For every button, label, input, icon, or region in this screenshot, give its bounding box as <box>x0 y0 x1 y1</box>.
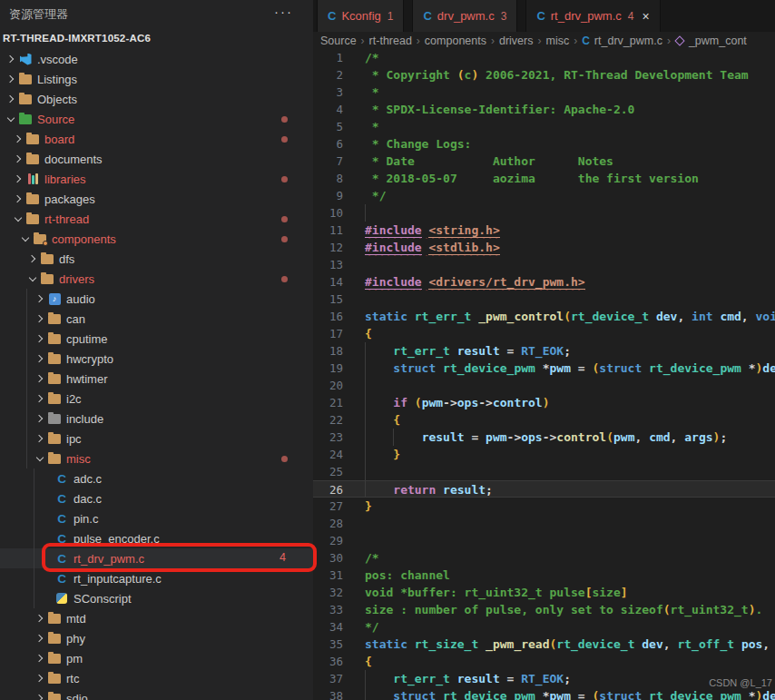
breadcrumb-item[interactable]: components <box>425 35 486 47</box>
icon-slot: C <box>54 512 69 526</box>
code-token: struct <box>393 361 436 375</box>
code-line-text: { <box>343 325 775 342</box>
line-number: 8 <box>313 170 343 187</box>
code-line-text: * 2018-05-07 aozima the first version <box>343 170 775 187</box>
code-token: rt_err_t <box>393 344 450 358</box>
breadcrumb-item[interactable]: rt-thread <box>369 35 412 47</box>
chevron-right-icon <box>6 75 14 83</box>
icon-slot <box>47 394 62 404</box>
line-number: 2 <box>313 66 343 84</box>
tree-item-phy[interactable]: phy <box>0 628 313 648</box>
code-token: pwm <box>486 430 506 444</box>
code-line: 10 <box>313 204 775 222</box>
line-number: 29 <box>313 532 343 549</box>
code-token: = <box>465 430 486 444</box>
folder-icon <box>26 194 39 204</box>
folder-icon <box>48 314 61 324</box>
explorer-sidebar: 资源管理器 ··· RT-THREAD-IMXRT1052-AC6 .vscod… <box>0 0 313 700</box>
tree-item-pin-c[interactable]: Cpin.c <box>0 508 313 528</box>
tree-item-adc-c[interactable]: Cadc.c <box>0 468 313 488</box>
line-number: 38 <box>313 687 343 700</box>
code-token: static <box>365 637 407 651</box>
breadcrumb-item[interactable]: drivers <box>499 35 534 47</box>
code-token: result <box>457 344 500 358</box>
tree-item-can[interactable]: can <box>0 309 313 329</box>
code-line: 16static rt_err_t _pwm_control(rt_device… <box>313 308 775 325</box>
tree-item-libraries[interactable]: libraries <box>0 169 313 189</box>
tree-item-label: Listings <box>37 73 77 86</box>
code-line: 21 if (pwm->ops->control) <box>313 394 775 411</box>
breadcrumb-item[interactable]: _pwm_cont <box>689 35 747 47</box>
code-line-text: size : number of pulse, only set to size… <box>343 601 775 618</box>
tree-item-label: adc.c <box>74 472 102 486</box>
code-line: 22 { <box>313 411 775 429</box>
tree-item-documents[interactable]: documents <box>0 149 313 169</box>
tree-item-ipc[interactable]: ipc <box>0 429 313 449</box>
tree-item-hwcrypto[interactable]: hwcrypto <box>0 349 313 369</box>
icon-slot <box>25 154 40 164</box>
breadcrumb-item[interactable]: Source <box>320 35 357 47</box>
watermark: CSDN @L_17 <box>709 677 772 688</box>
code-editor[interactable]: 1/*2 * Copyright (c) 2006-2021, RT-Threa… <box>313 49 775 700</box>
project-section-header[interactable]: RT-THREAD-IMXRT1052-AC6 <box>3 33 151 44</box>
code-line: 36{ <box>313 653 775 670</box>
tree-item-include[interactable]: include <box>0 409 313 429</box>
breadcrumb-item[interactable]: rt_drv_pwm.c <box>594 35 662 47</box>
chevron-right-icon <box>35 395 43 402</box>
tab-drv-pwm-c[interactable]: Cdrv_pwm.c3 <box>412 0 517 32</box>
tree-item-cputime[interactable]: cputime <box>0 329 313 349</box>
tree-item-hwtimer[interactable]: hwtimer <box>0 369 313 389</box>
tree-item-mtd[interactable]: mtd <box>0 608 313 628</box>
tab-rt-drv-pwm-c[interactable]: Crt_drv_pwm.c4× <box>525 0 660 32</box>
tree-item-label: ipc <box>66 432 82 446</box>
tree-item-sdio[interactable]: sdio <box>0 688 313 700</box>
code-token: = <box>500 344 521 358</box>
tree-item-dac-c[interactable]: Cdac.c <box>0 488 313 508</box>
tree-item-components[interactable]: components <box>0 229 313 249</box>
tree-item-sconscript[interactable]: SConscript <box>0 588 313 608</box>
more-actions-icon[interactable]: ··· <box>274 4 293 19</box>
code-token: #include <box>365 241 422 255</box>
line-number: 5 <box>313 118 343 135</box>
code-token: -> <box>478 396 493 409</box>
code-line: 35static rt_size_t _pwm_read(rt_device_t… <box>313 636 775 653</box>
tree-item-i2c[interactable]: i2c <box>0 389 313 409</box>
code-token: pwm <box>550 689 571 700</box>
icon-slot <box>54 593 69 604</box>
tree-item-label: components <box>52 232 116 246</box>
tree-item-packages[interactable]: packages <box>0 189 313 209</box>
folder-icon <box>48 614 61 624</box>
tree-item--vscode[interactable]: .vscode <box>0 49 313 69</box>
code-line: 11#include <string.h> <box>313 222 775 239</box>
tree-item-objects[interactable]: Objects <box>0 89 313 109</box>
tree-item-pm[interactable]: pm <box>0 648 313 668</box>
tab-kconfig[interactable]: CKconfig1 <box>317 0 404 32</box>
code-token: rt_device_pwm <box>649 689 741 700</box>
line-number: 18 <box>313 342 343 360</box>
close-icon[interactable]: × <box>643 9 650 24</box>
code-token: rt_off_t <box>677 637 734 651</box>
tree-item-audio[interactable]: ♪audio <box>0 289 313 309</box>
code-line-text <box>343 463 775 480</box>
code-line-text: * <box>343 84 775 101</box>
tree-item-misc[interactable]: misc <box>0 449 313 468</box>
tree-item-listings[interactable]: Listings <box>0 69 313 89</box>
tree-item-source[interactable]: Source <box>0 109 313 129</box>
folder-icon <box>41 254 54 264</box>
chevron-slot <box>11 156 25 162</box>
icon-slot <box>47 314 62 324</box>
tree-item-board[interactable]: board <box>0 129 313 149</box>
chevron-right-icon <box>35 375 43 382</box>
chevron-slot <box>11 196 25 202</box>
line-number: 3 <box>313 84 343 101</box>
code-token: -> <box>543 430 557 444</box>
code-line-text: * <box>343 118 775 135</box>
breadcrumb-item[interactable]: misc <box>545 35 569 47</box>
tree-item-rtc[interactable]: rtc <box>0 668 313 688</box>
tree-item-dfs[interactable]: dfs <box>0 249 313 269</box>
tree-item-drivers[interactable]: drivers <box>0 269 313 289</box>
chevron-right-icon <box>35 675 43 682</box>
code-token: ( <box>663 603 671 616</box>
chevron-slot <box>33 356 47 361</box>
tree-item-rt-thread[interactable]: rt-thread <box>0 209 313 229</box>
